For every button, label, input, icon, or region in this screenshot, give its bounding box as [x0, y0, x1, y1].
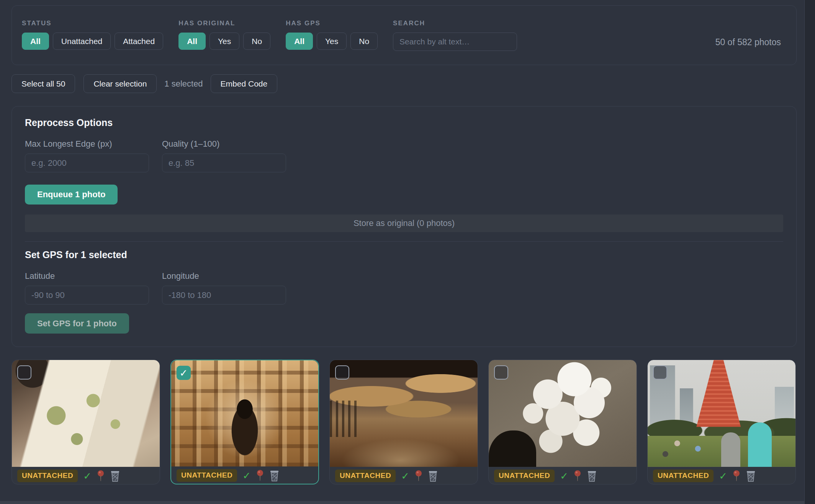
has-gps-yes-button[interactable]: Yes: [317, 33, 347, 50]
photo-checkbox[interactable]: ✓: [177, 366, 191, 380]
embed-code-button[interactable]: Embed Code: [211, 74, 278, 93]
photo-checkbox[interactable]: ✓: [335, 365, 349, 380]
pin-icon[interactable]: [97, 470, 105, 482]
set-gps-button[interactable]: Set GPS for 1 photo: [25, 313, 129, 334]
filter-group-has-original: HAS ORIGINAL All Yes No: [178, 20, 270, 50]
selected-count: 1 selected: [164, 79, 203, 89]
has-original-label: HAS ORIGINAL: [178, 20, 270, 27]
store-as-original-label: Store as original (0 photos): [353, 218, 455, 228]
photo-thumbnail: ✓: [489, 360, 637, 467]
photo-grid: ✓ UNATTACHED ✓ ✓ UNATTACHED ✓ ✓: [11, 360, 797, 484]
card-footer: UNATTACHED ✓: [648, 467, 795, 484]
photo-thumbnail: ✓: [12, 360, 160, 467]
has-gps-label: HAS GPS: [286, 20, 378, 27]
select-all-button[interactable]: Select all 50: [11, 74, 75, 93]
pin-icon[interactable]: [415, 470, 422, 482]
main-content: STATUS All Unattached Attached HAS ORIGI…: [11, 0, 797, 484]
status-badge: UNATTACHED: [653, 470, 714, 482]
status-attached-button[interactable]: Attached: [115, 33, 163, 50]
horizontal-scrollbar-track[interactable]: [0, 501, 804, 504]
photo-checkbox[interactable]: ✓: [494, 365, 508, 380]
check-icon: ✓: [242, 471, 251, 481]
filter-group-search: SEARCH: [393, 20, 517, 51]
clear-selection-button[interactable]: Clear selection: [83, 74, 157, 93]
check-icon: ✓: [719, 471, 727, 481]
latitude-label: Latitude: [25, 271, 149, 281]
filter-group-status: STATUS All Unattached Attached: [22, 20, 163, 50]
check-icon: ✓: [560, 471, 568, 481]
check-icon: ✓: [401, 471, 409, 481]
trash-icon[interactable]: [746, 470, 756, 482]
status-unattached-button[interactable]: Unattached: [53, 33, 111, 50]
photo-card[interactable]: ✓ UNATTACHED ✓: [647, 360, 796, 484]
filter-group-has-gps: HAS GPS All Yes No: [286, 20, 378, 50]
card-footer: UNATTACHED ✓: [12, 467, 160, 484]
status-label: STATUS: [22, 20, 163, 27]
photo-card[interactable]: ✓ UNATTACHED ✓: [11, 360, 160, 484]
quality-label: Quality (1–100): [162, 139, 286, 149]
trash-icon[interactable]: [428, 470, 438, 482]
latitude-input[interactable]: [25, 286, 149, 304]
check-icon: ✓: [83, 471, 92, 481]
store-as-original-bar[interactable]: Store as original (0 photos): [25, 214, 783, 232]
search-label: SEARCH: [393, 20, 517, 27]
photo-thumbnail: ✓: [330, 360, 478, 467]
max-edge-label: Max Longest Edge (px): [25, 139, 149, 149]
has-gps-no-button[interactable]: No: [350, 33, 378, 50]
pin-icon[interactable]: [733, 470, 740, 482]
reprocess-title: Reprocess Options: [25, 117, 783, 128]
quality-input[interactable]: [162, 154, 286, 172]
status-badge: UNATTACHED: [177, 469, 237, 482]
card-footer: UNATTACHED ✓: [489, 467, 637, 484]
photo-card[interactable]: ✓ UNATTACHED ✓: [488, 360, 637, 484]
set-gps-title: Set GPS for 1 selected: [25, 249, 783, 260]
status-badge: UNATTACHED: [335, 470, 396, 482]
card-footer: UNATTACHED ✓: [171, 466, 318, 484]
longitude-label: Longitude: [162, 271, 286, 281]
checkbox-check-icon: ✓: [180, 368, 188, 378]
longitude-input[interactable]: [162, 286, 286, 304]
trash-icon[interactable]: [110, 470, 120, 482]
pin-icon[interactable]: [574, 470, 581, 482]
photo-card[interactable]: ✓ UNATTACHED ✓: [170, 360, 319, 484]
status-all-button[interactable]: All: [22, 33, 49, 50]
trash-icon[interactable]: [269, 470, 280, 481]
photo-thumbnail: ✓: [171, 360, 318, 466]
reprocess-panel: Reprocess Options Max Longest Edge (px) …: [11, 106, 797, 347]
selection-bar: Select all 50 Clear selection 1 selected…: [11, 74, 797, 93]
photo-checkbox[interactable]: ✓: [653, 365, 667, 380]
photo-thumbnail: ✓: [648, 360, 795, 467]
trash-icon[interactable]: [587, 470, 597, 482]
vertical-scrollbar-track[interactable]: [804, 0, 815, 504]
filter-panel: STATUS All Unattached Attached HAS ORIGI…: [11, 5, 797, 65]
max-edge-input[interactable]: [25, 154, 149, 172]
has-original-all-button[interactable]: All: [178, 33, 206, 50]
photo-card[interactable]: ✓ UNATTACHED ✓: [329, 360, 478, 484]
has-original-yes-button[interactable]: Yes: [209, 33, 239, 50]
search-input[interactable]: [393, 33, 517, 51]
enqueue-button[interactable]: Enqueue 1 photo: [25, 185, 118, 205]
panel-divider: [25, 241, 783, 242]
card-footer: UNATTACHED ✓: [330, 467, 478, 484]
photo-count: 50 of 582 photos: [715, 37, 784, 47]
photo-checkbox[interactable]: ✓: [17, 365, 31, 380]
pin-icon[interactable]: [256, 470, 264, 481]
status-badge: UNATTACHED: [17, 470, 78, 482]
status-badge: UNATTACHED: [494, 470, 555, 482]
has-gps-all-button[interactable]: All: [286, 33, 313, 50]
has-original-no-button[interactable]: No: [243, 33, 270, 50]
